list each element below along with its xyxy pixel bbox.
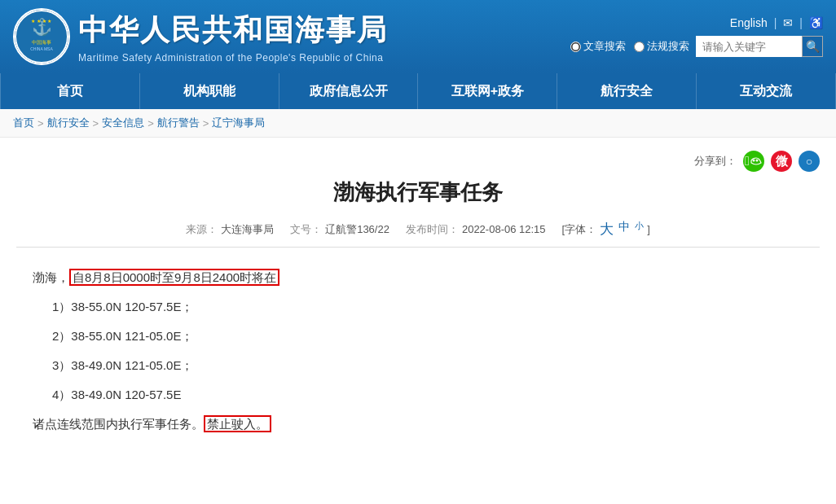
meta-fontsize: [字体： 大 中 小 ] xyxy=(562,220,650,239)
font-size-medium[interactable]: 中 xyxy=(618,220,630,239)
article-outro: 诸点连线范围内执行军事任务。禁止驶入。 xyxy=(33,412,803,436)
sep1: | xyxy=(774,16,777,29)
outro-highlight: 禁止驶入。 xyxy=(204,415,271,432)
radio-regulation-input[interactable] xyxy=(634,42,645,52)
docno-value: 辽航警136/22 xyxy=(325,222,389,237)
share-other[interactable]: ○ xyxy=(799,151,820,172)
header-right: English | ✉ | ♿ 文章搜索 法规搜索 xyxy=(570,16,823,57)
logo-text: 中华人民共和国海事局 Maritime Safety Administratio… xyxy=(78,11,388,64)
breadcrumb-safety-info[interactable]: 安全信息 xyxy=(102,116,144,130)
org-name-en: Maritime Safety Administration of the Pe… xyxy=(78,52,388,64)
article-title: 渤海执行军事任务 xyxy=(16,178,820,207)
radio-regulation[interactable]: 法规搜索 xyxy=(634,39,689,54)
radio-article-input[interactable] xyxy=(570,42,581,52)
email-icon: ✉ xyxy=(783,16,793,29)
nav-interaction[interactable]: 互动交流 xyxy=(697,73,836,109)
font-size-small[interactable]: 小 xyxy=(635,220,644,239)
email-link[interactable]: ✉ xyxy=(783,16,793,29)
coord-3: 3）38-49.0N 121-05.0E； xyxy=(33,353,803,378)
weibo-icon: 微 xyxy=(776,154,788,169)
outro-prefix: 诸点连线范围内执行军事任务。 xyxy=(33,417,204,431)
nav-internet-gov[interactable]: 互联网+政务 xyxy=(418,73,557,109)
radio-regulation-label: 法规搜索 xyxy=(647,39,689,54)
top-links: English | ✉ | ♿ xyxy=(730,16,823,29)
logo-emblem: ⚓ 中国海事 CHINA MSA ★ ★ ★ ★ xyxy=(13,8,70,65)
wechat-svg-icon xyxy=(750,155,763,168)
site-header: ⚓ 中国海事 CHINA MSA ★ ★ ★ ★ 中华人民共和国海事局 Mari… xyxy=(0,0,836,73)
breadcrumb-nav-safety[interactable]: 航行安全 xyxy=(47,116,90,130)
breadcrumb-nav-warning[interactable]: 航行警告 xyxy=(157,116,200,130)
share-bar: 分享到：  微 ○ xyxy=(16,151,820,172)
breadcrumb-sep1: > xyxy=(37,117,44,129)
radio-article-label: 文章搜索 xyxy=(583,39,626,54)
search-type-group: 文章搜索 法规搜索 xyxy=(570,39,689,54)
accessibility-link[interactable]: ♿ xyxy=(809,16,823,29)
search-icon: 🔍 xyxy=(806,40,820,53)
breadcrumb-sep4: > xyxy=(203,117,209,129)
meta-docno: 文号： 辽航警136/22 xyxy=(290,222,389,237)
font-label: [字体： xyxy=(562,222,597,237)
pubtime-value: 2022-08-06 12:15 xyxy=(462,223,546,235)
search-area: 文章搜索 法规搜索 🔍 xyxy=(570,36,823,57)
article-body: 渤海，自8月8日0000时至9月8日2400时将在 1）38-55.0N 120… xyxy=(16,257,820,449)
source-label: 来源： xyxy=(186,222,218,237)
breadcrumb: 首页 > 航行安全 > 安全信息 > 航行警告 > 辽宁海事局 xyxy=(0,109,836,138)
logo-area: ⚓ 中国海事 CHINA MSA ★ ★ ★ ★ 中华人民共和国海事局 Mari… xyxy=(13,8,570,65)
pubtime-label: 发布时间： xyxy=(406,222,459,237)
svg-text:CHINA MSA: CHINA MSA xyxy=(30,46,53,51)
svg-text:★ ★ ★ ★: ★ ★ ★ ★ xyxy=(31,19,51,24)
font-end: ] xyxy=(647,223,650,235)
nav-gov-info[interactable]: 政府信息公开 xyxy=(279,73,419,109)
english-link[interactable]: English xyxy=(730,16,768,29)
docno-label: 文号： xyxy=(290,222,322,237)
accessibility-icon: ♿ xyxy=(809,16,823,29)
svg-point-5 xyxy=(752,160,755,162)
sep2: | xyxy=(799,16,803,29)
content-area: 分享到：  微 ○ 渤海执行军事任务 来源： 大连海事局 文号： 辽航警136… xyxy=(0,138,836,462)
article-intro: 渤海，自8月8日0000时至9月8日2400时将在 xyxy=(33,265,803,290)
nav-org[interactable]: 机构职能 xyxy=(140,73,279,109)
search-input-wrap: 🔍 xyxy=(696,36,823,57)
radio-article[interactable]: 文章搜索 xyxy=(570,39,626,54)
org-name-cn: 中华人民共和国海事局 xyxy=(78,11,388,50)
coord-2: 2）38-55.0N 121-05.0E； xyxy=(33,324,803,348)
meta-pubtime: 发布时间： 2022-08-06 12:15 xyxy=(406,222,546,237)
svg-point-6 xyxy=(755,160,758,162)
coord-4: 4）38-49.0N 120-57.5E xyxy=(33,383,803,407)
coord-1: 1）38-55.0N 120-57.5E； xyxy=(33,295,803,319)
search-button[interactable]: 🔍 xyxy=(802,36,823,57)
nav-home[interactable]: 首页 xyxy=(0,73,140,109)
source-value: 大连海事局 xyxy=(221,222,274,237)
breadcrumb-sep2: > xyxy=(93,117,99,129)
font-size-ctrl: 大 中 小 xyxy=(600,220,644,239)
share-weibo[interactable]: 微 xyxy=(771,151,792,172)
other-share-icon: ○ xyxy=(806,155,812,168)
svg-text:中国海事: 中国海事 xyxy=(32,40,51,45)
nav-nav-safety[interactable]: 航行安全 xyxy=(557,73,697,109)
search-input[interactable] xyxy=(696,36,802,57)
main-nav: 首页 机构职能 政府信息公开 互联网+政务 航行安全 互动交流 xyxy=(0,73,836,109)
article-meta: 来源： 大连海事局 文号： 辽航警136/22 发布时间： 2022-08-06… xyxy=(16,220,820,248)
intro-highlight: 自8月8日0000时至9月8日2400时将在 xyxy=(69,269,279,286)
share-wechat[interactable]:  xyxy=(743,151,764,172)
breadcrumb-home[interactable]: 首页 xyxy=(13,116,34,130)
breadcrumb-sep3: > xyxy=(147,117,154,129)
meta-source: 来源： 大连海事局 xyxy=(186,222,274,237)
font-size-large[interactable]: 大 xyxy=(600,220,614,239)
intro-prefix: 渤海， xyxy=(33,270,69,284)
breadcrumb-liaoning[interactable]: 辽宁海事局 xyxy=(212,116,265,130)
share-label: 分享到： xyxy=(694,154,737,169)
